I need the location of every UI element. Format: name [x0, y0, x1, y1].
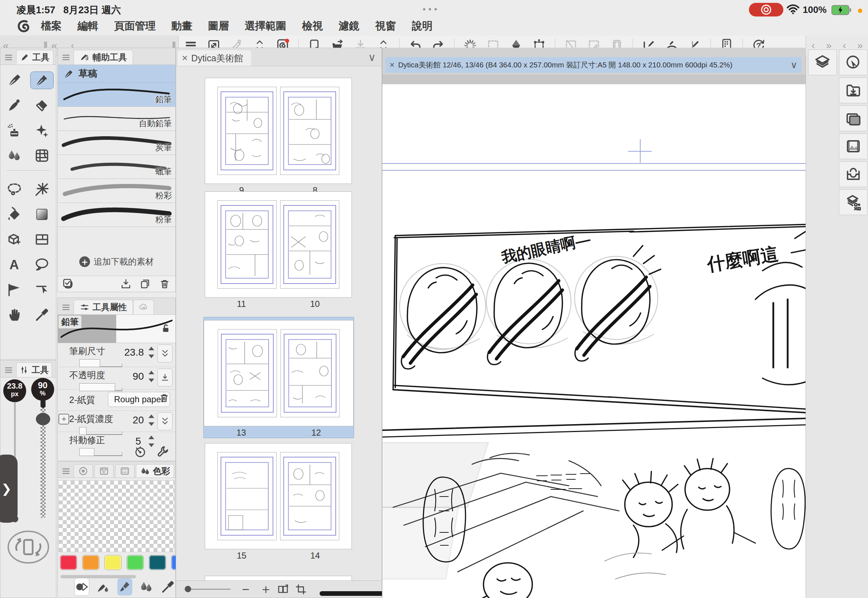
eyedropper-footer-icon[interactable]	[160, 579, 175, 594]
tab-sub-tool[interactable]: 輔助工具	[73, 50, 133, 64]
swatch-red[interactable]	[60, 555, 77, 570]
tab-tools[interactable]: 工具	[16, 50, 54, 64]
spread-card-11-10[interactable]: 11 10	[205, 191, 352, 309]
canvas-area[interactable]: × Dytica美術館 12/46, 13/46 (B4 364.00 x 25…	[382, 48, 806, 598]
edge-pull-tab[interactable]: ❯	[0, 454, 18, 523]
close-icon[interactable]: ×	[182, 52, 188, 64]
tab-color-set[interactable]	[94, 464, 114, 478]
advanced-settings-wrench-icon[interactable]	[157, 445, 170, 458]
page-thumb-11[interactable]	[217, 200, 277, 289]
screen-recording-indicator[interactable]	[749, 3, 783, 16]
swatch-yellow[interactable]	[104, 555, 121, 570]
unlock-icon[interactable]	[160, 323, 171, 334]
menu-animation[interactable]: 動畫	[171, 19, 192, 33]
spread-card-15-14[interactable]: 15 14	[205, 443, 352, 561]
clip-studio-logo-icon[interactable]	[16, 18, 31, 34]
opacity-effect-button[interactable]	[157, 369, 172, 386]
brush-size-value[interactable]: 23.8	[124, 347, 144, 358]
menu-selection[interactable]: 選擇範圍	[245, 19, 286, 33]
download-subtool-icon[interactable]	[119, 277, 133, 291]
paper-density-stepper[interactable]	[147, 414, 155, 427]
canvas-document-tab[interactable]: × Dytica美術館 12/46, 13/46 (B4 364.00 x 25…	[385, 57, 802, 73]
zoom-out-icon[interactable]: −	[236, 582, 256, 597]
menu-view[interactable]: 檢視	[302, 19, 323, 33]
opacity-value[interactable]: 90	[133, 371, 144, 382]
rotate-canvas-icon[interactable]	[7, 529, 50, 565]
chevron-down-icon[interactable]: ∨	[790, 60, 797, 70]
sub-view-panel-button[interactable]	[839, 105, 868, 131]
tool-text[interactable]: A	[3, 256, 25, 273]
multitask-dots-icon[interactable]: ●●●	[422, 6, 440, 12]
navigator-panel-button[interactable]	[839, 49, 868, 75]
tab-work-dytica[interactable]: × Dytica美術館	[178, 50, 251, 66]
tool-brush[interactable]	[3, 97, 25, 114]
tool-gradient[interactable]	[31, 206, 53, 223]
close-icon[interactable]: ×	[389, 60, 395, 70]
paper-delete-icon[interactable]	[159, 393, 170, 403]
marker-tool-button[interactable]	[117, 578, 132, 595]
brush-item-crayon[interactable]: 蠟筆	[58, 155, 175, 179]
layer-template-panel-button[interactable]	[839, 189, 868, 215]
zoom-in-icon[interactable]: ＋	[256, 580, 276, 598]
brush-size-stepper[interactable]	[147, 346, 155, 359]
image-reference-panel-button[interactable]	[839, 133, 868, 159]
menu-filter[interactable]: 濾鏡	[338, 19, 359, 33]
pen-pressure-icon[interactable]	[96, 579, 111, 594]
tool-line-correct[interactable]	[31, 281, 53, 298]
tool-airbrush[interactable]	[3, 122, 25, 139]
color-mixing-area[interactable]	[58, 480, 175, 552]
tool-hand[interactable]	[3, 306, 25, 323]
tool-object[interactable]	[3, 231, 25, 248]
tab-tool-property[interactable]: 工具屬性	[73, 300, 133, 314]
brush-size-preset-button[interactable]	[157, 345, 172, 362]
brush-size-badge[interactable]: 23.8 px	[3, 379, 26, 402]
tool-blend[interactable]	[3, 147, 25, 164]
page-thumb-12[interactable]	[280, 329, 340, 417]
opacity-vertical-slider[interactable]	[40, 404, 46, 519]
add-downloaded-material-button[interactable]: ＋ 追加下載的素材	[58, 248, 175, 276]
menu-page-manage[interactable]: 頁面管理	[114, 19, 156, 33]
tool-pencil[interactable]	[31, 72, 53, 88]
multi-select-icon[interactable]	[61, 277, 75, 291]
brush-item-pastel[interactable]: 粉彩	[58, 179, 175, 203]
layers-panel-button[interactable]	[808, 49, 837, 75]
paper-density-value[interactable]: 20	[133, 414, 144, 426]
opacity-badge[interactable]: 90 %	[31, 378, 54, 401]
tool-frame-border[interactable]	[31, 231, 53, 248]
tool-pen[interactable]	[3, 72, 25, 88]
main-color-button[interactable]	[74, 578, 89, 596]
menu-help[interactable]: 說明	[412, 19, 433, 33]
panel-menu-icon[interactable]	[3, 52, 14, 62]
tool-auto-select[interactable]	[31, 181, 53, 197]
delete-subtool-icon[interactable]	[157, 277, 172, 291]
trim-view-icon[interactable]	[294, 582, 308, 597]
spread-card-9-8[interactable]: 9 8	[205, 78, 352, 195]
menu-edit[interactable]: 編輯	[78, 19, 98, 33]
item-bank-panel-button[interactable]	[839, 161, 868, 187]
panel-menu-icon[interactable]	[3, 364, 14, 375]
panel-menu-icon[interactable]	[61, 302, 71, 312]
menu-window[interactable]: 視窗	[375, 19, 396, 33]
spread-card-13-12-selected[interactable]: 13 12	[204, 317, 354, 438]
tool-decoration[interactable]	[31, 122, 53, 139]
initial-settings-icon[interactable]	[134, 445, 147, 458]
expand-property-icon[interactable]: ＋	[58, 414, 69, 425]
tab-intermediate-color[interactable]	[115, 464, 135, 478]
tool-selection[interactable]	[3, 181, 25, 197]
blend-drops-icon[interactable]	[139, 579, 154, 594]
page-thumb-9[interactable]	[217, 87, 277, 175]
tool-liquify[interactable]	[31, 147, 53, 164]
page-thumb-10[interactable]	[280, 200, 339, 289]
spread-view-icon[interactable]	[276, 582, 290, 597]
material-download-panel-button[interactable]	[839, 78, 868, 103]
menu-file[interactable]: 檔案	[41, 19, 62, 33]
tool-fill[interactable]	[3, 206, 25, 223]
duplicate-subtool-icon[interactable]	[138, 277, 153, 291]
tab-color-mixing[interactable]: 色彩	[136, 464, 174, 478]
brush-item-auto-pencil[interactable]: 自動鉛筆	[58, 107, 175, 131]
brush-item-pencil[interactable]: 鉛筆	[58, 83, 175, 107]
tool-balloon[interactable]	[31, 256, 53, 273]
panel-menu-icon[interactable]	[61, 465, 71, 476]
tab-color-wheel[interactable]	[73, 464, 93, 478]
home-indicator[interactable]	[320, 591, 383, 596]
